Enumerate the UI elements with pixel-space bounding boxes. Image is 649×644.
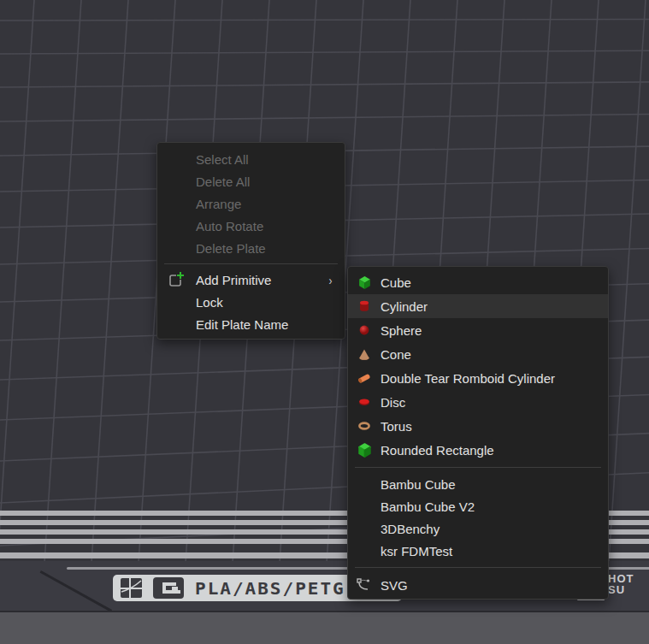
submenu-item-3dbenchy[interactable]: 3DBenchy	[348, 517, 608, 540]
submenu-arrow-icon: ›	[329, 273, 333, 287]
menu-separator	[355, 467, 601, 468]
submenu-item-cylinder[interactable]: Cylinder	[348, 294, 608, 318]
torus-icon	[348, 421, 381, 431]
cube-icon	[348, 275, 381, 290]
cylinder-icon	[348, 299, 381, 313]
add-primitive-submenu: Cube Cylinder Sphere Cone	[347, 266, 609, 600]
submenu-item-bambu-cube-v2[interactable]: Bambu Cube V2	[348, 495, 608, 517]
menu-item-auto-rotate[interactable]: Auto Rotate	[157, 215, 345, 237]
submenu-item-cube[interactable]: Cube	[348, 270, 608, 294]
submenu-item-ksr-fdmtest[interactable]: ksr FDMTest	[348, 540, 608, 562]
plate-context-menu: Select All Delete All Arrange Auto Rotat…	[156, 142, 345, 340]
menu-separator	[355, 567, 601, 568]
hot-surface-text-line2: SU	[608, 584, 634, 595]
slicer-viewport-screenshot: { "colors":{ "viewport_bg":"#35353b","gr…	[0, 0, 649, 644]
bambu-quadrant-logo-icon	[121, 578, 142, 598]
cone-icon	[348, 348, 381, 361]
menu-item-arrange[interactable]: Arrange	[157, 192, 345, 215]
romboid-cylinder-icon	[348, 372, 381, 385]
menu-item-add-primitive[interactable]: Add Primitive ›	[157, 269, 345, 291]
submenu-item-sphere[interactable]: Sphere	[348, 318, 608, 342]
submenu-item-bambu-cube[interactable]: Bambu Cube	[348, 473, 608, 495]
sphere-icon	[348, 324, 381, 336]
disc-icon	[348, 397, 381, 407]
menu-item-edit-plate-name[interactable]: Edit Plate Name	[157, 313, 345, 335]
submenu-item-cone[interactable]: Cone	[348, 342, 608, 366]
menu-item-lock[interactable]: Lock	[157, 291, 345, 313]
menu-item-delete-all[interactable]: Delete All	[157, 170, 345, 192]
g-mark-logo-icon	[153, 577, 184, 599]
plate-material-label: PLA/ABS/PETG	[195, 578, 345, 598]
add-primitive-icon	[157, 272, 196, 287]
table-surface	[0, 611, 649, 644]
rounded-rectangle-icon	[348, 443, 381, 458]
submenu-item-disc[interactable]: Disc	[348, 390, 608, 414]
plate-corner-chamfer	[40, 570, 113, 612]
menu-separator	[164, 263, 338, 264]
submenu-item-double-tear-romboid-cylinder[interactable]: Double Tear Romboid Cylinder	[348, 366, 608, 390]
submenu-item-rounded-rectangle[interactable]: Rounded Rectangle	[348, 438, 608, 462]
menu-item-select-all[interactable]: Select All	[157, 148, 345, 170]
submenu-item-torus[interactable]: Torus	[348, 414, 608, 438]
menu-item-delete-plate[interactable]: Delete Plate	[157, 237, 345, 259]
svg-bezier-icon	[348, 577, 381, 593]
submenu-item-svg[interactable]: SVG	[348, 573, 608, 597]
